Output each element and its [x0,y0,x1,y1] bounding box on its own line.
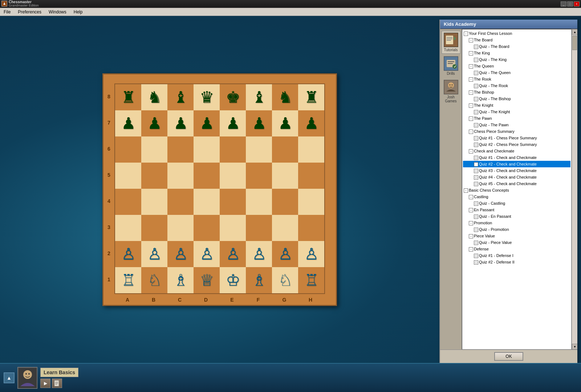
cell-a3[interactable] [115,215,141,241]
cell-f2[interactable]: ♙ [246,241,272,267]
tree-item-14[interactable]: □Quiz - The Pawn [463,122,570,128]
scroll-thumb[interactable] [572,36,577,50]
cell-c6[interactable] [167,136,194,163]
sidebar-item-tutorials[interactable]: Tutorials [442,31,460,54]
window-controls[interactable]: _ □ × [561,1,580,7]
tree-item-9[interactable]: -The Bishop [463,89,570,95]
tree-item-2[interactable]: □Quiz - The Board [463,43,570,50]
play-button[interactable]: ▶ [40,379,50,388]
cell-d8[interactable]: ♛ [194,84,220,110]
menu-file[interactable]: File [1,9,13,15]
cell-g3[interactable] [272,215,298,241]
tree-item-22[interactable]: □Quiz #4 - Check and Checkmate [463,174,570,180]
cell-f5[interactable] [246,163,272,189]
cell-h5[interactable] [298,163,324,189]
cell-h7[interactable]: ♟ [298,110,324,136]
tree-item-0[interactable]: -Your First Chess Lesson [463,30,570,37]
tree-item-16[interactable]: □Quiz #1 - Chess Piece Summary [463,135,570,141]
cell-b7[interactable]: ♟ [141,110,167,136]
tree-item-3[interactable]: -The King [463,50,570,56]
cell-b4[interactable] [141,189,167,215]
tree-item-29[interactable]: -Promotion [463,220,570,226]
cell-d7[interactable]: ♟ [194,110,220,136]
cell-b2[interactable]: ♙ [141,241,167,267]
tree-item-25[interactable]: -Castling [463,193,570,200]
tree-item-1[interactable]: -The Board [463,37,570,43]
tree-item-5[interactable]: -The Queen [463,63,570,69]
cell-h6[interactable] [298,136,324,163]
cell-f1[interactable]: ♗ [246,267,272,293]
cell-d3[interactable] [194,215,220,241]
cell-h1[interactable]: ♖ [298,267,324,293]
cell-d5[interactable] [194,163,220,189]
cell-c5[interactable] [167,163,194,189]
tree-item-32[interactable]: □Quiz - Piece Value [463,239,570,246]
tree-item-20[interactable]: □Quiz #2 - Check and Checkmate [463,161,570,167]
tree-item-15[interactable]: -Chess Piece Summary [463,128,570,135]
cell-c8[interactable]: ♝ [167,84,194,110]
tree-item-30[interactable]: □Quiz - Promotion [463,226,570,233]
cell-e7[interactable]: ♟ [220,110,246,136]
cell-g5[interactable] [272,163,298,189]
tree-item-18[interactable]: -Check and Checkmate [463,148,570,154]
sidebar-item-josh-games[interactable]: Josh Games [442,78,460,105]
tree-item-10[interactable]: □Quiz - The Bishop [463,95,570,102]
tree-item-17[interactable]: □Quiz #2 - Chess Piece Summary [463,141,570,148]
cell-a8[interactable]: ♜ [115,84,141,110]
cell-h4[interactable] [298,189,324,215]
cell-f4[interactable] [246,189,272,215]
tree-item-31[interactable]: -Piece Value [463,233,570,239]
tree-item-21[interactable]: □Quiz #3 - Check and Checkmate [463,167,570,174]
cell-c2[interactable]: ♙ [167,241,194,267]
tree-item-33[interactable]: -Defense [463,246,570,252]
cell-g8[interactable]: ♞ [272,84,298,110]
tree-item-12[interactable]: □Quiz - The Knight [463,109,570,115]
cell-b6[interactable] [141,136,167,163]
cell-c3[interactable] [167,215,194,241]
cell-g2[interactable]: ♙ [272,241,298,267]
tree-item-27[interactable]: -En Passant [463,207,570,213]
cell-f3[interactable] [246,215,272,241]
tree-item-8[interactable]: □Quiz - The Rook [463,82,570,89]
tree-item-24[interactable]: -Basic Chess Concepts [463,187,570,193]
close-button[interactable]: × [574,1,580,7]
sidebar-item-drills[interactable]: ✓ Drills [442,54,460,77]
cell-a4[interactable] [115,189,141,215]
tree-item-34[interactable]: □Quiz #1 - Defense I [463,252,570,259]
scroll-up-button[interactable]: ▲ [572,29,577,35]
cell-b5[interactable] [141,163,167,189]
cell-a6[interactable] [115,136,141,163]
scroll-down-button[interactable]: ▼ [572,344,577,350]
ok-button[interactable]: OK [494,352,523,361]
menu-windows[interactable]: Windows [46,9,69,15]
cell-a1[interactable]: ♖ [115,267,141,293]
cell-h3[interactable] [298,215,324,241]
tree-item-6[interactable]: □Quiz - The Queen [463,69,570,76]
minimize-button[interactable]: _ [561,1,566,7]
tree-scrollbar[interactable]: ▲ ▼ [572,29,577,350]
cell-e1[interactable]: ♔ [220,267,246,293]
cell-e2[interactable]: ♙ [220,241,246,267]
cell-d1[interactable]: ♕ [194,267,220,293]
tree-item-28[interactable]: □Quiz - En Passant [463,213,570,220]
cell-b3[interactable] [141,215,167,241]
cell-c4[interactable] [167,189,194,215]
scroll-up-arrow[interactable]: ▲ [4,372,15,383]
tree-item-4[interactable]: □Quiz - The King [463,56,570,63]
doc-button[interactable] [52,379,62,388]
cell-d4[interactable] [194,189,220,215]
cell-h2[interactable]: ♙ [298,241,324,267]
cell-f6[interactable] [246,136,272,163]
cell-e8[interactable]: ♚ [220,84,246,110]
cell-g7[interactable]: ♟ [272,110,298,136]
cell-f7[interactable]: ♟ [246,110,272,136]
cell-h8[interactable]: ♜ [298,84,324,110]
cell-a2[interactable]: ♙ [115,241,141,267]
cell-d2[interactable]: ♙ [194,241,220,267]
cell-g1[interactable]: ♘ [272,267,298,293]
cell-e6[interactable] [220,136,246,163]
cell-c1[interactable]: ♗ [167,267,194,293]
tree-item-19[interactable]: □Quiz #1 - Check and Checkmate [463,154,570,161]
tree-item-13[interactable]: -The Pawn [463,115,570,122]
maximize-button[interactable]: □ [567,1,573,7]
